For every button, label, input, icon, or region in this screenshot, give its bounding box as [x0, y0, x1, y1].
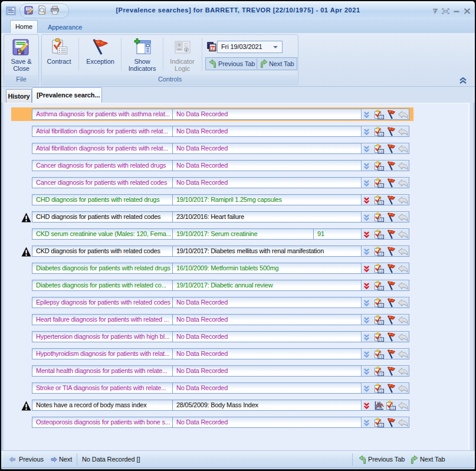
svg-text:7: 7 — [211, 45, 214, 51]
